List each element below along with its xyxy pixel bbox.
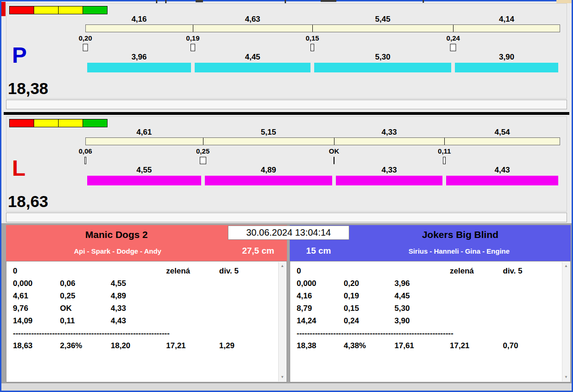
cell: 1,29 bbox=[219, 339, 286, 352]
cell: 18,63 bbox=[13, 339, 60, 352]
cell: 17,21 bbox=[450, 339, 503, 352]
table-row: 0,000 0,20 3,96 bbox=[290, 277, 570, 290]
table-row: 8,79 0,15 5,30 bbox=[290, 302, 570, 315]
run-bar-segment bbox=[336, 176, 442, 185]
lower-split-time: 4,45 bbox=[245, 53, 260, 62]
status-strip bbox=[6, 213, 567, 222]
lower-split-time: 3,96 bbox=[131, 53, 147, 62]
cell: 17,21 bbox=[166, 339, 219, 352]
cell: 9,76 bbox=[13, 302, 60, 315]
cell: 5,30 bbox=[394, 302, 450, 315]
cell: 18,38 bbox=[297, 339, 344, 352]
jump-height-label: 27,5 cm bbox=[229, 246, 287, 256]
lane-label: L bbox=[12, 157, 25, 179]
cell: 2,36% bbox=[60, 339, 111, 352]
run-bar-segment bbox=[195, 63, 310, 72]
exchange-time: 0,20 bbox=[78, 34, 92, 43]
run-bar-segment bbox=[87, 176, 201, 185]
lower-split-time: 4,33 bbox=[382, 166, 397, 175]
cell: 0,000 bbox=[297, 277, 344, 290]
table-row: 14,24 0,24 3,90 bbox=[290, 315, 570, 327]
cell: 0,11 bbox=[60, 315, 111, 327]
scroll-up-icon[interactable]: ▲ bbox=[279, 262, 286, 270]
scale-divider bbox=[203, 138, 203, 145]
scroll-down-icon[interactable]: ▼ bbox=[562, 374, 570, 381]
background-window-fragment bbox=[156, 0, 157, 3]
lane-panel-l: L 18,63 4,610,064,555,150,254,894,33OK4,… bbox=[6, 116, 567, 212]
separator-row: ----------------------------------------… bbox=[6, 327, 286, 339]
run-bar-segment bbox=[314, 63, 451, 72]
cell: 0,06 bbox=[60, 277, 111, 290]
legend-swatch bbox=[9, 119, 34, 127]
totals-row: 18,63 2,36% 18,20 17,21 1,29 bbox=[6, 339, 286, 352]
background-window-fragment bbox=[1, 2, 6, 16]
table-row: 0 zelená div. 5 bbox=[290, 265, 570, 277]
split-scale-bar bbox=[85, 137, 560, 145]
cell: 0,24 bbox=[344, 315, 394, 327]
upper-split-time: 5,45 bbox=[375, 15, 390, 24]
status-strip bbox=[6, 100, 567, 109]
cell: 4,33 bbox=[111, 302, 166, 315]
scale-divider bbox=[453, 25, 454, 32]
lane-bar-area: 4,160,203,964,630,194,455,450,155,304,14… bbox=[85, 4, 560, 98]
exchange-marker bbox=[443, 157, 446, 164]
scale-divider bbox=[334, 138, 334, 145]
lane-total-time: 18,63 bbox=[8, 192, 48, 211]
table-row: 4,16 0,19 4,45 bbox=[290, 290, 570, 302]
table-row: 9,76 OK 4,33 bbox=[6, 302, 286, 315]
cell: 3,96 bbox=[394, 277, 450, 290]
lower-split-time: 4,43 bbox=[495, 166, 510, 175]
background-window-fragment bbox=[165, 0, 167, 3]
upper-split-time: 4,14 bbox=[499, 15, 514, 24]
cell: zelená bbox=[166, 265, 219, 277]
background-window-fragment bbox=[556, 0, 572, 3]
lane-label: P bbox=[12, 44, 27, 66]
lane-total-time: 18,38 bbox=[8, 79, 48, 98]
lower-split-time: 4,55 bbox=[137, 166, 152, 175]
table-row: 0 zelená div. 5 bbox=[6, 265, 286, 277]
table-row: 0,000 0,06 4,55 bbox=[6, 277, 286, 290]
run-bar-segment bbox=[446, 176, 558, 185]
legend-swatch bbox=[58, 119, 83, 127]
background-window-fragment bbox=[423, 0, 424, 3]
cell: 4,38% bbox=[344, 339, 394, 352]
cell: 4,89 bbox=[111, 290, 166, 302]
legend-swatch bbox=[34, 6, 59, 14]
scrollbar[interactable]: ▲ ▼ bbox=[278, 262, 286, 381]
cell: 0,19 bbox=[344, 290, 394, 302]
cell: zelená bbox=[450, 265, 503, 277]
team-card-right: Jokers Big Blind 15 cm Sirius - Hanneli … bbox=[290, 225, 571, 382]
exchange-time: 0,24 bbox=[447, 34, 460, 43]
cell: 8,79 bbox=[297, 302, 344, 315]
scroll-up-icon[interactable]: ▲ bbox=[562, 262, 570, 270]
cell: 4,61 bbox=[13, 290, 60, 302]
upper-split-time: 5,15 bbox=[261, 128, 276, 137]
scale-divider bbox=[312, 25, 313, 32]
scrollbar[interactable]: ▲ ▼ bbox=[562, 262, 570, 381]
exchange-time: 0,11 bbox=[438, 147, 451, 156]
cell: OK bbox=[60, 302, 111, 315]
cell: 0,70 bbox=[503, 339, 570, 352]
cell: 17,61 bbox=[394, 339, 450, 352]
background-window-fragment bbox=[321, 0, 336, 2]
team-results: 0 zelená div. 5 0,000 0,06 4,55 4,61 0,2… bbox=[6, 261, 287, 382]
team-members: Sirius - Hanneli - Gina - Engine bbox=[347, 247, 571, 255]
cell: 0,20 bbox=[344, 277, 394, 290]
exchange-time: 0,25 bbox=[196, 147, 209, 156]
upper-split-time: 4,16 bbox=[131, 15, 147, 24]
exchange-marker bbox=[83, 44, 88, 51]
table-row: 4,61 0,25 4,89 bbox=[6, 290, 286, 302]
scroll-down-icon[interactable]: ▼ bbox=[279, 374, 286, 381]
cell: 18,20 bbox=[111, 339, 166, 352]
scale-divider bbox=[444, 138, 445, 145]
lower-split-time: 5,30 bbox=[375, 53, 390, 62]
cell: 4,16 bbox=[297, 290, 344, 302]
lower-split-time: 3,90 bbox=[499, 53, 514, 62]
run-bar-segment bbox=[87, 63, 191, 72]
cell: 4,55 bbox=[111, 277, 166, 290]
cell: div. 5 bbox=[219, 265, 286, 277]
team-results: 0 zelená div. 5 0,000 0,20 3,96 4,16 0,1… bbox=[290, 261, 571, 382]
legend-swatch bbox=[58, 6, 83, 14]
cell: 0 bbox=[13, 265, 60, 277]
cell: 14,09 bbox=[13, 315, 60, 327]
